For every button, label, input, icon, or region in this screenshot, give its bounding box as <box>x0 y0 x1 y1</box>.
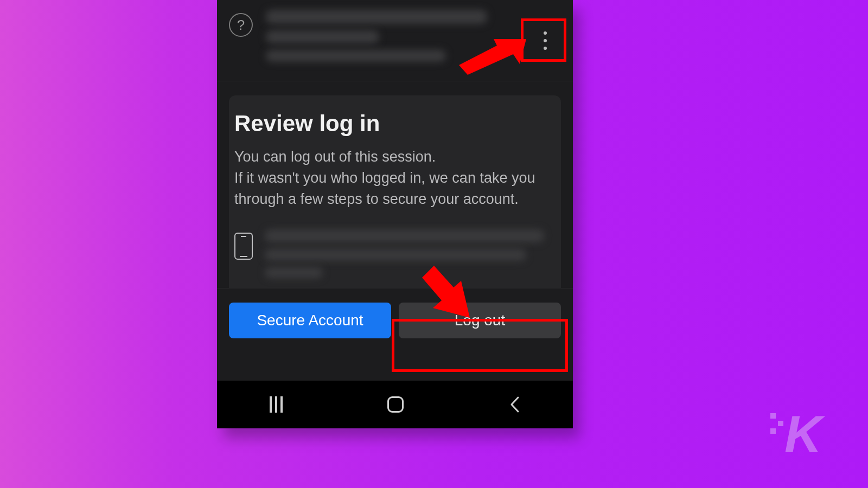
more-options-button[interactable] <box>533 24 558 57</box>
svg-rect-3 <box>778 421 783 426</box>
action-bar: Secure Account Log out <box>217 288 573 354</box>
home-button[interactable] <box>387 396 404 413</box>
card-description: You can log out of this session.If it wa… <box>234 146 556 210</box>
back-button[interactable] <box>508 395 520 414</box>
svg-rect-4 <box>770 428 776 434</box>
mobile-settings-screen: ? Review log in You can log out of this … <box>217 0 573 428</box>
watermark-logo: K <box>770 402 835 464</box>
device-details-blurred <box>265 229 556 278</box>
logout-button[interactable]: Log out <box>399 303 561 338</box>
session-details-blurred <box>266 10 561 62</box>
review-login-card: Review log in You can log out of this se… <box>229 95 561 288</box>
session-list-item[interactable]: ? <box>217 0 573 81</box>
android-nav-bar <box>217 381 573 428</box>
svg-text:K: K <box>784 405 826 462</box>
phone-icon <box>234 233 253 260</box>
recents-button[interactable] <box>270 396 283 413</box>
secure-account-button[interactable]: Secure Account <box>229 303 391 338</box>
session-device-row <box>234 229 556 288</box>
kebab-icon <box>544 31 547 35</box>
card-title: Review log in <box>234 111 556 137</box>
svg-rect-2 <box>770 413 776 419</box>
help-icon: ? <box>229 13 253 37</box>
